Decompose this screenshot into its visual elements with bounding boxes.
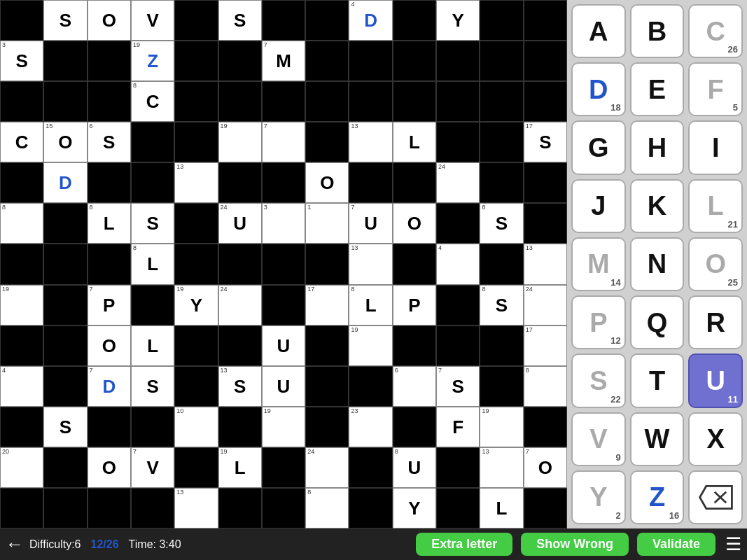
validate-button[interactable]: Validate [637, 533, 715, 556]
letter-btn-Y[interactable]: Y2 [571, 470, 626, 524]
cell-1-12[interactable] [524, 41, 567, 81]
cell-5-0[interactable]: 8 [0, 203, 43, 244]
cell-11-8[interactable] [349, 447, 392, 488]
letter-btn-B[interactable]: B [630, 4, 685, 58]
letter-btn-F[interactable]: F5 [688, 62, 743, 116]
cell-4-11[interactable] [480, 162, 523, 203]
cell-1-1[interactable] [43, 41, 87, 81]
cell-10-7[interactable] [305, 407, 349, 447]
cell-4-6[interactable] [262, 162, 305, 203]
cell-9-8[interactable] [349, 366, 392, 407]
cell-11-3[interactable]: 7V [131, 447, 174, 488]
cell-2-1[interactable] [43, 81, 87, 122]
cell-9-9[interactable]: 6 [393, 366, 436, 407]
cell-12-0[interactable] [0, 488, 43, 528]
cell-7-11[interactable]: 8S [480, 285, 523, 326]
cell-0-3[interactable]: V [131, 0, 174, 41]
cell-11-5[interactable]: 19L [218, 447, 262, 488]
cell-2-0[interactable] [0, 81, 43, 122]
cell-1-0[interactable]: 3S [0, 41, 43, 81]
cell-12-8[interactable] [349, 488, 392, 528]
cell-10-1[interactable]: S [43, 407, 87, 447]
cell-1-9[interactable] [393, 41, 436, 81]
cell-1-10[interactable] [436, 41, 480, 81]
letter-btn-Q[interactable]: Q [630, 295, 685, 349]
cell-4-8[interactable] [349, 162, 392, 203]
letter-btn-U[interactable]: U11 [688, 354, 743, 407]
cell-2-3[interactable]: 8C [131, 81, 174, 122]
cell-8-10[interactable] [436, 326, 480, 366]
cell-9-0[interactable]: 4 [0, 366, 43, 407]
cell-5-9[interactable]: O [393, 203, 436, 244]
letter-btn-C[interactable]: C26 [688, 4, 743, 58]
cell-3-6[interactable]: 7 [262, 122, 305, 162]
cell-0-7[interactable] [305, 0, 349, 41]
cell-5-12[interactable] [524, 203, 567, 244]
cell-6-6[interactable] [262, 244, 305, 284]
cell-6-12[interactable]: 13 [524, 244, 567, 284]
cell-10-12[interactable] [524, 407, 567, 447]
cell-12-4[interactable]: 13 [174, 488, 218, 528]
cell-0-6[interactable] [262, 0, 305, 41]
cell-3-4[interactable] [174, 122, 218, 162]
cell-6-5[interactable] [218, 244, 262, 284]
cell-12-6[interactable] [262, 488, 305, 528]
cell-0-12[interactable] [524, 0, 567, 41]
cell-7-10[interactable] [436, 285, 480, 326]
cell-7-2[interactable]: 7P [88, 285, 131, 326]
cell-4-12[interactable] [524, 162, 567, 203]
letter-btn-G[interactable]: G [571, 120, 626, 174]
cell-9-6[interactable]: U [262, 366, 305, 407]
cell-8-4[interactable] [174, 326, 218, 366]
cell-2-10[interactable] [436, 81, 480, 122]
cell-7-7[interactable]: 17 [305, 285, 349, 326]
cell-4-7[interactable]: O [305, 162, 349, 203]
cell-6-8[interactable]: 13 [349, 244, 392, 284]
cell-12-3[interactable] [131, 488, 174, 528]
cell-4-4[interactable]: 13 [174, 162, 218, 203]
cell-5-4[interactable] [174, 203, 218, 244]
letter-btn-O[interactable]: O25 [688, 237, 743, 291]
letter-btn-A[interactable]: A [571, 4, 626, 58]
cell-1-3[interactable]: 19Z [131, 41, 174, 81]
cell-8-6[interactable]: U [262, 326, 305, 366]
cell-12-10[interactable] [436, 488, 480, 528]
cell-1-11[interactable] [480, 41, 523, 81]
cell-3-10[interactable] [436, 122, 480, 162]
cell-5-8[interactable]: 7U [349, 203, 392, 244]
cell-5-1[interactable] [43, 203, 87, 244]
cell-6-2[interactable] [88, 244, 131, 284]
cell-8-3[interactable]: L [131, 326, 174, 366]
cell-6-9[interactable] [393, 244, 436, 284]
cell-8-2[interactable]: O [88, 326, 131, 366]
cell-11-2[interactable]: O [88, 447, 131, 488]
cell-2-7[interactable] [305, 81, 349, 122]
cell-4-5[interactable] [218, 162, 262, 203]
cell-0-5[interactable]: S [218, 0, 262, 41]
letter-btn-S[interactable]: S22 [571, 354, 626, 407]
cell-9-10[interactable]: 7S [436, 366, 480, 407]
cell-10-10[interactable]: F [436, 407, 480, 447]
cell-2-9[interactable] [393, 81, 436, 122]
cell-10-9[interactable] [393, 407, 436, 447]
cell-5-10[interactable] [436, 203, 480, 244]
cell-0-9[interactable] [393, 0, 436, 41]
letter-btn-Z[interactable]: Z16 [630, 470, 685, 524]
cell-7-4[interactable]: 19Y [174, 285, 218, 326]
letter-btn-P[interactable]: P12 [571, 295, 626, 349]
cell-10-2[interactable] [88, 407, 131, 447]
show-wrong-button[interactable]: Show Wrong [521, 533, 629, 556]
cell-6-4[interactable] [174, 244, 218, 284]
cell-10-5[interactable] [218, 407, 262, 447]
cell-8-9[interactable] [393, 326, 436, 366]
cell-9-11[interactable] [480, 366, 523, 407]
cell-8-8[interactable]: 19 [349, 326, 392, 366]
cell-1-7[interactable] [305, 41, 349, 81]
extra-letter-button[interactable]: Extra letter [416, 533, 512, 556]
cell-9-7[interactable] [305, 366, 349, 407]
cell-0-4[interactable] [174, 0, 218, 41]
cell-9-3[interactable]: S [131, 366, 174, 407]
cell-11-6[interactable] [262, 447, 305, 488]
cell-7-9[interactable]: P [393, 285, 436, 326]
cell-3-8[interactable]: 13 [349, 122, 392, 162]
